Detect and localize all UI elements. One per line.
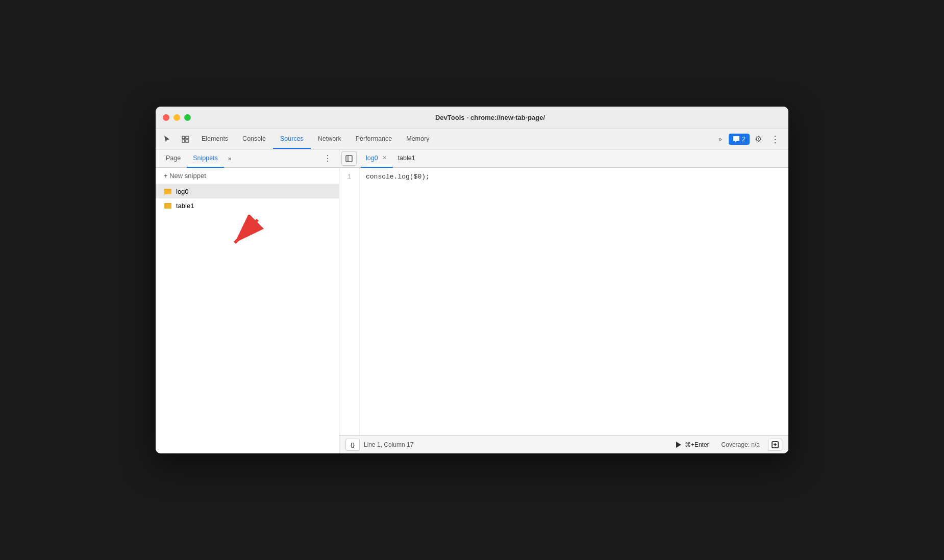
play-icon — [675, 441, 683, 449]
snippet-item-log0[interactable]: log0 — [156, 184, 339, 198]
editor-tab-table1[interactable]: table1 — [393, 149, 420, 168]
format-button[interactable]: {} — [345, 439, 360, 451]
message-count: 2 — [742, 136, 746, 143]
file-icon — [164, 187, 172, 195]
coverage-icon-btn[interactable] — [768, 439, 782, 451]
panel-menu-icon[interactable]: ⋮ — [320, 151, 335, 166]
tab-console[interactable]: Console — [235, 129, 273, 149]
devtools-right-icons: » 2 ⚙ ⋮ — [712, 129, 786, 149]
tab-snippets[interactable]: Snippets — [187, 149, 224, 168]
svg-rect-1 — [186, 136, 188, 139]
close-button[interactable] — [163, 114, 169, 121]
tab-memory[interactable]: Memory — [399, 129, 436, 149]
window-title: DevTools - chrome://new-tab-page/ — [199, 114, 781, 121]
svg-marker-11 — [676, 442, 681, 448]
message-icon — [733, 136, 740, 143]
run-button[interactable]: ⌘+Enter — [675, 441, 709, 449]
more-tabs-icon[interactable]: » — [712, 132, 728, 147]
editor-tab-log0[interactable]: log0 ✕ — [361, 149, 393, 168]
maximize-button[interactable] — [184, 114, 191, 121]
tab-page[interactable]: Page — [160, 149, 187, 168]
tab-network[interactable]: Network — [311, 129, 349, 149]
left-panel-tabs: Page Snippets » ⋮ — [156, 149, 339, 168]
minimize-button[interactable] — [173, 114, 180, 121]
coverage-status: Coverage: n/a — [722, 441, 760, 448]
svg-rect-3 — [186, 140, 188, 142]
editor-tab-bar: log0 ✕ table1 — [339, 149, 788, 168]
more-panel-tabs[interactable]: » — [224, 149, 236, 168]
line-num-1: 1 — [339, 172, 355, 182]
more-options-icon[interactable]: ⋮ — [767, 132, 782, 147]
cursor-icon[interactable] — [158, 129, 176, 149]
main-area: Page Snippets » ⋮ + New snippet — [156, 149, 788, 453]
tab-performance[interactable]: Performance — [349, 129, 400, 149]
code-editor[interactable]: console.log($0); — [360, 168, 788, 435]
tab-sources[interactable]: Sources — [273, 129, 311, 149]
svg-rect-2 — [182, 140, 185, 142]
sidebar-toggle-icon[interactable] — [341, 151, 357, 166]
cursor-position: Line 1, Column 17 — [364, 441, 413, 448]
svg-rect-0 — [182, 136, 185, 139]
line-numbers: 1 — [339, 168, 360, 435]
title-bar: DevTools - chrome://new-tab-page/ — [156, 107, 788, 129]
svg-rect-9 — [346, 156, 352, 162]
file-icon-2 — [164, 201, 172, 210]
tab-elements[interactable]: Elements — [194, 129, 235, 149]
right-panel: log0 ✕ table1 1 console.log($0); { — [339, 149, 788, 453]
arrow-annotation — [207, 215, 268, 266]
settings-icon[interactable]: ⚙ — [751, 132, 766, 147]
snippet-list: log0 table1 — [156, 184, 339, 453]
close-tab-log0[interactable]: ✕ — [381, 154, 388, 162]
svg-rect-5 — [164, 190, 171, 194]
inspect-icon[interactable] — [176, 129, 194, 149]
snippet-item-table1[interactable]: table1 — [156, 198, 339, 213]
left-panel: Page Snippets » ⋮ + New snippet — [156, 149, 339, 453]
status-bar: {} Line 1, Column 17 ⌘+Enter Coverage: n… — [339, 435, 788, 453]
new-snippet-button[interactable]: + New snippet — [156, 168, 339, 184]
devtools-tab-bar: Elements Console Sources Network Perform… — [156, 129, 788, 149]
svg-rect-7 — [164, 204, 171, 209]
messages-badge-button[interactable]: 2 — [729, 134, 750, 145]
editor-area: 1 console.log($0); — [339, 168, 788, 435]
window-controls — [163, 114, 191, 121]
